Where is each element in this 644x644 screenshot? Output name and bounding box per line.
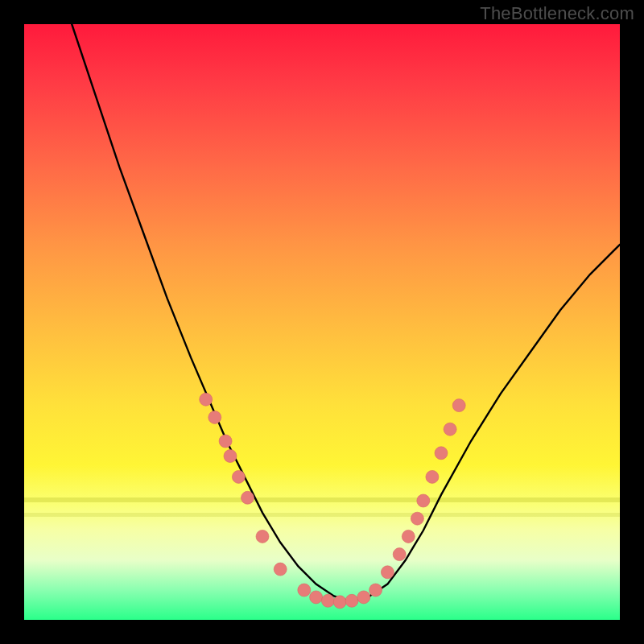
data-point: [321, 594, 334, 607]
data-point: [381, 566, 394, 579]
plot-area: [24, 24, 620, 620]
data-point: [333, 596, 346, 609]
data-point: [411, 512, 423, 525]
data-point: [393, 548, 406, 561]
data-point: [224, 450, 237, 463]
data-point: [369, 584, 382, 597]
left-arm-markers: [200, 393, 287, 576]
chart-frame: TheBottleneck.com: [0, 0, 644, 644]
data-point: [200, 393, 213, 406]
data-point: [435, 447, 448, 460]
data-point: [345, 594, 358, 607]
bottleneck-curve: [72, 24, 620, 602]
data-point: [417, 494, 430, 507]
curve-layer: [24, 24, 620, 620]
data-point: [444, 423, 456, 436]
data-point: [298, 584, 311, 597]
watermark-text: TheBottleneck.com: [480, 3, 634, 24]
data-point: [208, 411, 221, 423]
data-point: [256, 530, 269, 543]
data-point: [452, 399, 465, 412]
data-point: [426, 470, 439, 483]
data-point: [232, 470, 245, 483]
data-point: [274, 563, 287, 576]
data-point: [310, 591, 323, 604]
data-point: [242, 491, 254, 504]
data-point: [357, 591, 370, 604]
data-point: [219, 435, 232, 448]
right-arm-markers: [381, 399, 465, 579]
valley-markers: [298, 584, 382, 609]
data-point: [402, 530, 415, 543]
